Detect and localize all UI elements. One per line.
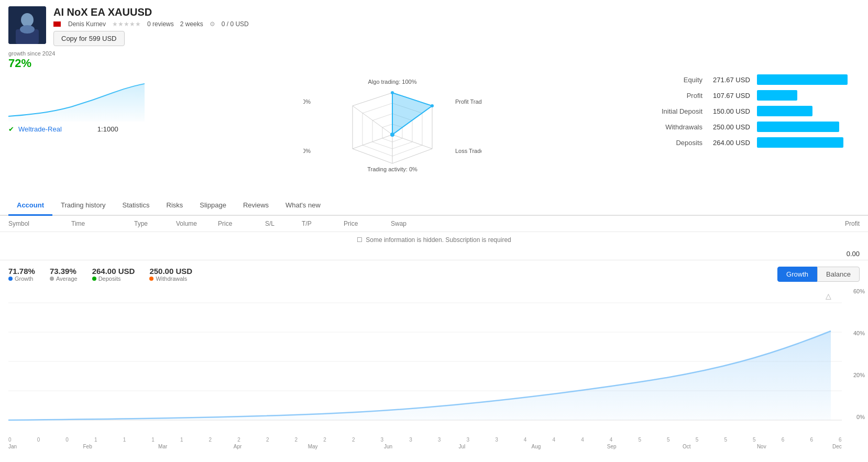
tab-statistics[interactable]: Statistics [114, 196, 158, 216]
growth-badge: growth since 2024 72% [0, 50, 868, 74]
table-header: SymbolTimeTypeVolumePriceS/LT/PPriceSwap… [0, 216, 868, 232]
metric-bar [757, 74, 848, 85]
svg-point-15 [390, 133, 394, 137]
weltrade-row: ✔ Weltrade-Real 1:1000 [8, 123, 145, 135]
votes-icon: ⚙ [210, 20, 215, 28]
duration: 2 weeks [180, 20, 203, 28]
th-price: Price [218, 220, 265, 227]
stars: ★★★★★ [112, 20, 141, 28]
main-chart-svg: △ [8, 288, 842, 435]
dot-icon [50, 277, 54, 281]
svg-point-1 [21, 13, 34, 27]
lock-icon: ☐ [357, 236, 362, 244]
mid-section: ✔ Weltrade-Real 1:1000 [0, 74, 868, 196]
stat-item: 71.78% Growth [8, 267, 35, 282]
radar-drawdown: Maximum drawdown: 0% [303, 98, 311, 105]
th-time: Time [71, 220, 134, 227]
mini-chart-area: ✔ Weltrade-Real 1:1000 [8, 74, 145, 190]
svg-point-16 [391, 91, 394, 94]
reviews-count: 0 reviews [147, 20, 174, 28]
profit-row: 0.00 [0, 248, 868, 260]
chart-toggle-buttons: GrowthBalance [777, 267, 860, 282]
dot-icon [149, 277, 153, 281]
header-info: AI NoX EA XAUUSD Denis Kurnev ★★★★★ 0 re… [53, 6, 860, 46]
x-axis: 000111122222233333444455555666 [8, 437, 842, 443]
svg-text:△: △ [826, 292, 831, 300]
vote-count: 0 / 0 USD [222, 20, 249, 28]
dot-icon [92, 277, 96, 281]
radar-activity: Trading activity: 0% [367, 166, 417, 172]
tab-trading-history[interactable]: Trading history [52, 196, 114, 216]
author-name: Denis Kurnev [68, 20, 106, 28]
growth-value: 72% [8, 57, 860, 70]
tabs: AccountTrading historyStatisticsRisksSli… [0, 196, 868, 216]
chart-btn-growth[interactable]: Growth [777, 267, 817, 282]
tab-reviews[interactable]: Reviews [235, 196, 277, 216]
th-price: Price [344, 220, 391, 227]
hidden-text: Some information is hidden. Subscription… [366, 236, 511, 244]
th-profit: Profit [433, 220, 860, 227]
th-type: Type [134, 220, 176, 227]
metric-row: Equity 271.67 USD [640, 74, 860, 85]
sparkline-svg [8, 74, 145, 122]
th-volume: Volume [176, 220, 218, 227]
svg-point-3 [20, 25, 35, 34]
th-swap: Swap [391, 220, 433, 227]
svg-point-17 [431, 104, 434, 107]
th-s/l: S/L [265, 220, 302, 227]
page-title: AI NoX EA XAUUSD [53, 6, 860, 18]
page-header: AI NoX EA XAUUSD Denis Kurnev ★★★★★ 0 re… [0, 0, 868, 50]
tab-slippage[interactable]: Slippage [191, 196, 235, 216]
flag-icon [53, 21, 61, 27]
copy-button[interactable]: Copy for 599 USD [53, 31, 125, 46]
growth-label: growth since 2024 [8, 50, 860, 57]
stat-item: 264.00 USD Deposits [92, 267, 135, 282]
radar-section: Algo trading: 100% Profit Trades: 100% L… [155, 74, 629, 190]
hidden-info: ☐ Some information is hidden. Subscripti… [0, 232, 868, 248]
check-icon: ✔ [8, 125, 14, 133]
stats-summary-row: 71.78% Growth 73.39% Average 264.00 USD … [0, 260, 868, 288]
chart-area: △ 60% 40% 20% 0% 00011112222223333344445… [0, 288, 868, 462]
radar-profit: Profit Trades: 100% [455, 98, 481, 105]
metric-bar [757, 122, 839, 132]
radar-deposit-load: Max deposit load: 0% [303, 148, 311, 154]
stat-item: 73.39% Average [50, 267, 78, 282]
metric-row: Profit 107.67 USD [640, 90, 860, 101]
metric-bar [757, 137, 843, 148]
month-labels: JanFebMarAprMayJunJulAugSepOctNovDec [8, 443, 842, 449]
metric-row: Deposits 264.00 USD [640, 137, 860, 148]
stat-item: 250.00 USD Withdrawals [149, 267, 192, 282]
y-axis-labels: 60% 40% 20% 0% [853, 288, 865, 420]
stats-bars: Equity 271.67 USD Profit 107.67 USD Init… [640, 74, 860, 190]
dot-icon [8, 277, 13, 281]
radar-loss: Loss Trades: 0% [455, 148, 481, 154]
metric-bar [757, 106, 812, 116]
metric-bar [757, 90, 797, 101]
radar-chart: Algo trading: 100% Profit Trades: 100% L… [303, 74, 481, 190]
tab-risks[interactable]: Risks [158, 196, 192, 216]
metric-row: Withdrawals 250.00 USD [640, 122, 860, 132]
profit-value: 0.00 [847, 250, 860, 258]
radar-algo: Algo trading: 100% [368, 79, 416, 85]
metric-row: Initial Deposit 150.00 USD [640, 106, 860, 116]
th-t/p: T/P [302, 220, 344, 227]
tab-what's-new[interactable]: What's new [277, 196, 329, 216]
leverage: 1:1000 [97, 125, 118, 133]
avatar [8, 6, 46, 44]
tab-account[interactable]: Account [8, 196, 52, 216]
th-symbol: Symbol [8, 220, 71, 227]
chart-btn-balance[interactable]: Balance [817, 267, 860, 282]
weltrade-link[interactable]: Weltrade-Real [18, 125, 62, 133]
header-meta: Denis Kurnev ★★★★★ 0 reviews 2 weeks ⚙ 0… [53, 20, 860, 28]
